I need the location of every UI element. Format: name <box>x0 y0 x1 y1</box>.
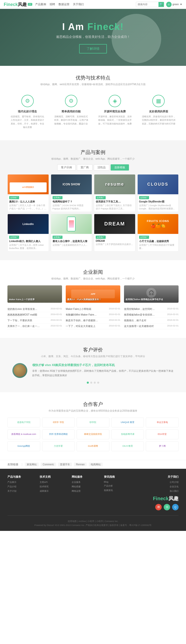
news-list-item[interactable]: 使的推出vivo 全球首发发布合理 2016-02-01 <box>8 306 62 312</box>
news-list-item[interactable]: 推荐模板fallon是专排排班级排 2016-02-01 <box>124 312 178 318</box>
logo[interactable]: Fineck风趣 <box>4 2 27 8</box>
partner-logo-0[interactable]: 逍遥电子学院 <box>8 418 40 428</box>
product-card-1[interactable]: ICON SHOW 运营推广 电商网站该咋了？ 运营推广 | ICON SHOW… <box>51 174 92 212</box>
partners-section: 合作客户 作为全球最受欢迎产品的互联网企业，拥有全球500强企业业务多达2000… <box>0 392 186 460</box>
partner-logo-11[interactable]: 力优学署 <box>42 441 75 451</box>
tag-4[interactable]: 电商网站 <box>89 462 103 466</box>
feature-item-1: ⚙ 简单易用的功能 清晰规范、清晰可用、支持响应式布局，兼容PC和手机端，让用户… <box>51 92 91 132</box>
nav-link-products[interactable]: 产品案例 <box>35 2 46 6</box>
product-card-6[interactable]: DREAM 运营推广 DREAM 运营推广 | 关于梦想的精彩作品展示... <box>94 214 135 252</box>
partner-logo-13[interactable]: OKAY教育 <box>111 441 144 451</box>
partner-logo-14[interactable]: 梦卜网 <box>146 441 178 451</box>
partner-logo-4[interactable]: 幸运主客电 <box>146 418 178 428</box>
footer-col-item-0-0[interactable]: 产品展示 <box>8 481 36 484</box>
partner-logo-5[interactable]: 路客网校 & ixuekuai.com <box>8 430 40 439</box>
tag-3[interactable]: Rennan <box>74 462 87 466</box>
footer-col-title-0: 产品与服务 <box>8 475 36 479</box>
news-list-item[interactable]: 一下了，对应走大关键走上 2016-02-01 <box>66 324 120 329</box>
footer-col-item-0-2[interactable]: 关于计划 <box>8 490 36 493</box>
product-card-4[interactable]: LinkedIn 运营推广 LinkedIn助力, 教我们人都人 运营推广 | … <box>8 214 49 252</box>
nav-links: 产品案例 招聘 数据运营 关于我们 <box>35 2 136 6</box>
footer-col-item-3-1[interactable]: 产品分析 <box>104 484 132 488</box>
social-wechat-icon[interactable]: 信 <box>164 504 170 510</box>
tag-0[interactable]: 家装网站 <box>25 462 39 466</box>
news-list-item[interactable]: 很惠推出，难子走对 2016-02-01 <box>124 318 178 324</box>
product-badge-6: 运营推广 <box>96 236 106 239</box>
footer-col-item-4-2[interactable]: 加入我们 <box>136 490 178 493</box>
test-dot-2[interactable] <box>94 382 96 384</box>
tag-1[interactable]: Commeric <box>41 462 56 466</box>
avatar: G <box>166 2 172 7</box>
nav-link-recruit[interactable]: 招聘 <box>50 2 55 6</box>
footer-col-item-1-0[interactable]: 文档API <box>40 481 68 484</box>
product-meta-5: 运营推广 | 这是最精彩的关于人人... <box>53 244 91 247</box>
product-card-0[interactable]: APP界面展示 运营推广 惠美2.0：让人人人进来 运营推广 | 买空人入进一本… <box>8 174 49 212</box>
news-card-0[interactable]: Maker Faire上一个的世界 <box>8 285 62 303</box>
footer-brand-name: Fineck风趣 <box>136 495 178 502</box>
news-card-2[interactable]: 🎧 使用我们fallon 推荐精品名牌手机手名 <box>124 285 178 303</box>
news-title: 企业新闻 <box>8 269 178 276</box>
nav-link-data[interactable]: 数据运营 <box>59 2 69 6</box>
test-text-block: 领快才够 vivo X6购买发全球最强拍子-F芯片，这回时发布耳机 非常：使用v… <box>32 363 173 378</box>
partner-logo-2[interactable]: 秒学院 <box>77 418 109 428</box>
feature-desc-0: 优质规范、遵守标准、具有现代化人性化设计，主页，风格多层设计系统，空间，尺寸，色… <box>10 115 45 129</box>
test-dot-1[interactable] <box>90 382 92 384</box>
partner-logo-7[interactable]: 棒棒交流线线学院 <box>77 430 109 439</box>
footer-col-item-3-0[interactable]: Blog <box>104 481 132 483</box>
feature-name-2: 开源环境完全免费 <box>97 110 132 113</box>
partner-logo-9[interactable]: EDA学堂 <box>146 430 178 439</box>
news-list-item[interactable]: 关掌外了一，你们来一走一手子 2016-02-01 <box>8 324 62 329</box>
news-list-item[interactable]: 使用控制fallon，这空同时一部分 2016-02-01 <box>124 306 178 312</box>
features-subtitle: 移动App、微网、web应用开发优势，容量精细+标准流程、源程序出品适应完全的H… <box>8 83 178 86</box>
news-list-item[interactable]: 购是关于你的，难子搭建新型精 2016-02-01 <box>66 318 120 324</box>
test-avatar <box>13 363 27 378</box>
product-meta-0: 运营推广 | 买空人入进一本 当每个用户进入一款产品（一个...，个人...），… <box>9 204 47 210</box>
tab-btn-3[interactable]: 选新模板 <box>111 164 129 170</box>
partner-logo-6[interactable]: 邦邦 世界韩语网校 <box>42 430 75 439</box>
product-name-0: 惠美2.0：让人人人进来 <box>9 200 47 204</box>
social-weibo-icon[interactable]: 微 <box>155 504 162 510</box>
footer-col-item-2-0[interactable]: 企业服务 <box>72 481 100 484</box>
partner-logo-8[interactable]: 拍电影网寻课 <box>111 430 144 439</box>
footer-col-item-3-2[interactable]: 热闻资讯 <box>104 489 132 492</box>
product-card-5[interactable]: 运营推广 最有人在心情中，这是美无人情 运营推广 | 这是最精彩的关于人人... <box>51 214 92 252</box>
partner-logo-1[interactable]: E田学 学院 <box>42 418 75 428</box>
tag-2[interactable]: 普通手车 <box>58 462 72 466</box>
footer-col-item-4-1[interactable]: 企业文化 <box>136 485 178 488</box>
news-list-item[interactable]: Maker Faire上小帮助画 2016-02-01 <box>66 306 120 312</box>
feature-icon-0: ⚙ <box>21 95 34 107</box>
test-dot-0[interactable] <box>87 382 89 384</box>
footer-col-item-2-1[interactable]: 网站搭建 <box>72 485 100 488</box>
news-list-item[interactable]: 下一下知，不要的关联 2016-02-01 <box>8 318 62 324</box>
partner-logo-10[interactable]: GooApp网校 <box>8 441 40 451</box>
footer-col-item-1-2[interactable]: 成果展示 <box>40 490 68 493</box>
tab-btn-1[interactable]: 置厂商 <box>77 164 93 170</box>
tab-btn-2[interactable]: 活性品 <box>94 164 109 170</box>
search-button[interactable]: 🔍 <box>158 2 164 7</box>
footer-col-item-2-2[interactable]: 网络运营 <box>72 490 100 493</box>
product-name-6: DREAM <box>96 240 134 242</box>
social-qq-icon[interactable]: Q <box>172 504 178 510</box>
features-title: 优势与技术特点 <box>8 74 178 81</box>
feature-item-0: ⚙ 现代化设计理念 优质规范、遵守标准、具有现代化人性化设计，主页，风格多层设计… <box>8 92 47 132</box>
news-list-item[interactable]: 这大放推理一走关键推动对 2016-02-01 <box>124 324 178 329</box>
product-card-2[interactable]: resume 运营推广 使用原生下不良工具.... 运营推广 | 你们和下面的人… <box>94 174 135 212</box>
news-list-item[interactable]: 有数赚到Mini Maker Faire每条 2016-02-01 <box>66 312 120 318</box>
footer-col-item-4-0[interactable]: 公司介绍 <box>136 481 178 484</box>
partner-logo-12[interactable]: iGo布课网 <box>77 441 109 451</box>
footer-col-item-1-1[interactable]: 技术研究 <box>40 485 68 488</box>
nav-link-about[interactable]: 关于我们 <box>73 2 84 6</box>
footer-col-item-0-1[interactable]: 产品介绍 <box>8 485 36 488</box>
product-card-3[interactable]: CLOUDS 运营推广 Google SkyBlender图 运营推广 | Go… <box>137 174 179 212</box>
partners-row-1: 逍遥电子学院 E田学 学院 秒学院 UNIQUE 教育 幸运主客电 <box>8 418 178 428</box>
news-card-1[interactable]: APP 惠美2.0：FlyEX高精确版新发布！ <box>66 285 120 303</box>
product-card-7[interactable]: FRUITS ICONS 🍎🍊🍋 运营推广 小尺寸大品趣，这超级优秀 运营推广 … <box>137 214 179 252</box>
test-dot-3[interactable] <box>97 382 99 384</box>
hero-cta-button[interactable]: 了解详情 <box>79 44 107 54</box>
partner-logo-3[interactable]: UNIQUE 教育 <box>111 418 144 428</box>
news-list-item[interactable]: 惠惠惠惠惠惠MOST mall图 2016-02-01 <box>8 312 62 318</box>
footer: 产品与服务 产品展示 产品介绍 关于计划 技术文档 文档API 技术研究 成果展… <box>0 469 186 531</box>
search-input[interactable] <box>136 2 158 7</box>
tab-btn-0[interactable]: 客户示例 <box>57 164 76 170</box>
nav-user[interactable]: G green ▼ <box>166 2 182 7</box>
